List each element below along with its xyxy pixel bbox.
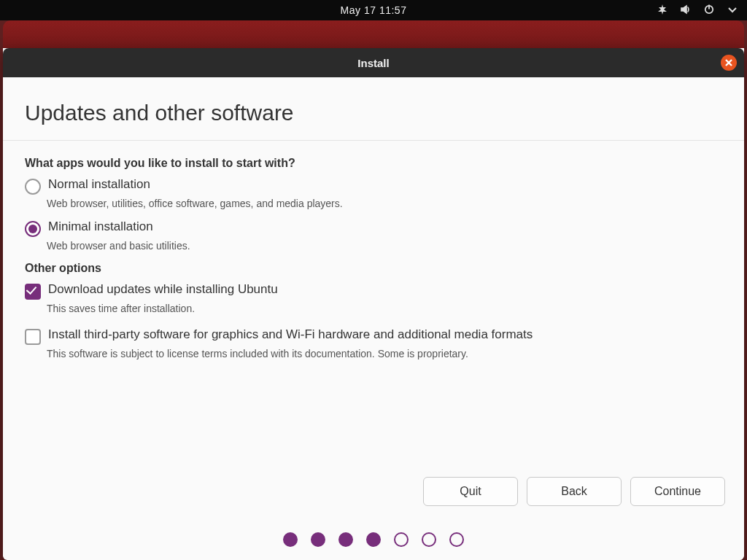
radio-normal-installation[interactable]: Normal installation (25, 177, 722, 195)
radio-icon (25, 179, 41, 195)
radio-icon (25, 221, 41, 237)
pager-dot-7 (449, 532, 464, 547)
close-icon (724, 58, 733, 67)
pager-dot-1 (283, 532, 298, 547)
power-icon[interactable] (703, 4, 715, 18)
nav-footer: Quit Back Continue (3, 470, 744, 519)
checkbox-label: Install third-party software for graphic… (48, 327, 533, 342)
step-pager (3, 519, 744, 560)
checkbox-download-updates-description: This saves time after installation. (47, 303, 722, 314)
checkbox-third-party[interactable]: Install third-party software for graphic… (25, 327, 722, 345)
continue-button[interactable]: Continue (630, 477, 725, 506)
system-top-bar: May 17 11:57 (0, 0, 747, 20)
system-indicators (657, 0, 738, 20)
installer-window: Install Updates and other software What … (3, 48, 744, 560)
radio-minimal-installation[interactable]: Minimal installation (25, 219, 722, 237)
checkbox-label: Download updates while installing Ubuntu (48, 282, 278, 297)
checkbox-icon (25, 284, 41, 300)
checkbox-download-updates[interactable]: Download updates while installing Ubuntu (25, 282, 722, 300)
clock: May 17 11:57 (341, 4, 407, 16)
chevron-down-icon[interactable] (727, 4, 738, 18)
other-options-heading: Other options (25, 262, 722, 275)
radio-label: Minimal installation (48, 219, 153, 234)
checkbox-third-party-description: This software is subject to license term… (47, 348, 722, 359)
desktop-background-strip (3, 20, 744, 48)
divider (3, 140, 744, 141)
radio-minimal-description: Web browser and basic utilities. (47, 240, 722, 252)
svg-rect-1 (708, 4, 710, 9)
checkbox-icon (25, 329, 41, 345)
pager-dot-3 (338, 532, 353, 547)
pager-dot-5 (394, 532, 409, 547)
page-content: Updates and other software What apps wou… (3, 77, 744, 470)
back-button[interactable]: Back (527, 477, 622, 506)
quit-button[interactable]: Quit (423, 477, 518, 506)
close-button[interactable] (721, 55, 737, 71)
window-title: Install (357, 57, 389, 69)
window-titlebar: Install (3, 48, 744, 77)
network-icon[interactable] (657, 4, 668, 18)
pager-dot-2 (311, 532, 325, 547)
page-title: Updates and other software (25, 101, 722, 125)
install-type-question: What apps would you like to install to s… (25, 157, 722, 170)
radio-label: Normal installation (48, 177, 150, 192)
pager-dot-4 (366, 532, 381, 547)
volume-icon[interactable] (680, 4, 692, 18)
radio-normal-description: Web browser, utilities, office software,… (47, 198, 722, 209)
pager-dot-6 (422, 532, 436, 547)
